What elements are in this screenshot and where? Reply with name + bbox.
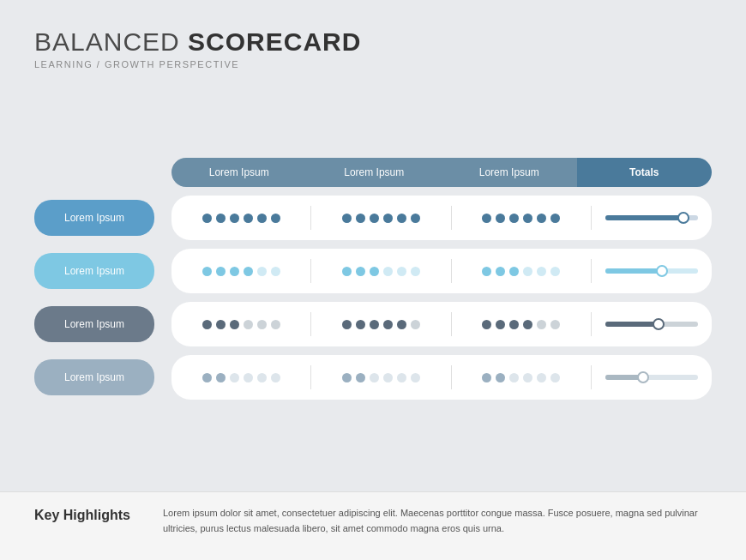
slider-2 [592,268,712,274]
dot [482,267,491,276]
header-col2: Lorem Ipsum [307,158,442,187]
slider-thumb-2 [656,265,668,277]
dot [244,320,253,329]
footer-text: Lorem ipsum dolor sit amet, consectetuer… [163,506,712,536]
dot [202,320,212,329]
dot [550,373,560,382]
dot [271,214,280,223]
scorecard-container: Lorem Ipsum Lorem Ipsum Lorem Ipsum Tota… [34,92,712,474]
title-prefix: BALANCED [34,27,188,56]
row-label-3: Lorem Ipsum [34,306,154,342]
dot [509,214,519,223]
dot [411,214,420,223]
slider-track-4 [605,375,698,380]
dot [482,320,491,329]
dot [202,373,212,382]
header-totals: Totals [577,158,713,187]
key-highlights-title: Key Highlights [34,508,137,523]
dot [537,320,546,329]
dot [523,267,532,276]
dot [257,267,267,276]
dot-group-2-2 [311,267,450,276]
slider-3 [592,322,712,327]
row-content-2 [171,249,712,293]
dot [356,214,365,223]
slider-fill-3 [605,322,656,327]
row-content-4 [171,355,712,400]
dot [370,214,379,223]
slider-track-1 [605,215,698,220]
dot [482,373,491,382]
slider-fill-4 [605,375,641,380]
dot [383,214,393,223]
dot-group-4-3 [452,373,591,382]
dot [523,214,532,223]
dot [509,320,519,329]
footer: Key Highlights Lorem ipsum dolor sit ame… [0,491,746,560]
dot [411,320,420,329]
slider-4 [592,375,712,380]
main-content: BALANCED SCORECARD LEARNING / GROWTH PER… [0,0,746,491]
dot [397,214,406,223]
dot [496,267,505,276]
dot [257,373,267,382]
dot [370,373,379,382]
dot [550,214,560,223]
slider-1 [592,215,712,220]
row-content-1 [171,196,712,240]
dot [230,267,239,276]
dot [244,373,253,382]
row-label-1: Lorem Ipsum [34,200,154,236]
dot-group-3-2 [311,320,450,329]
row-content-3 [171,302,712,346]
dot [482,214,491,223]
slider-thumb-4 [637,371,649,383]
dot [216,373,226,382]
header-col3: Lorem Ipsum [442,158,577,187]
dot [257,214,267,223]
dot-group-1-2 [311,214,450,223]
dot [537,214,546,223]
dot [496,320,505,329]
header-col1: Lorem Ipsum [171,158,307,187]
dot [509,373,519,382]
slider-fill-1 [605,215,684,220]
dot-group-1-3 [452,214,591,223]
dot-group-2-3 [452,267,591,276]
subtitle: LEARNING / GROWTH PERSPECTIVE [34,59,712,69]
data-row-4: Lorem Ipsum [34,355,712,400]
dot [342,267,352,276]
dot [216,320,226,329]
dot-group-2-1 [171,267,310,276]
dot [537,267,546,276]
dot [342,214,352,223]
data-row-1: Lorem Ipsum [34,196,712,240]
dot [523,320,532,329]
dot [342,320,352,329]
dot-group-4-2 [311,373,450,382]
dot [550,267,560,276]
dot [244,267,253,276]
row-label-4: Lorem Ipsum [34,359,154,395]
dot [356,267,365,276]
data-row-3: Lorem Ipsum [34,302,712,346]
dot [216,267,226,276]
dot [496,373,505,382]
dot [523,373,532,382]
slider-fill-2 [605,268,661,274]
dot [370,320,379,329]
title-bold: SCORECARD [188,27,361,56]
dot-group-4-1 [171,373,310,382]
dot [411,373,420,382]
dot [383,320,393,329]
dot [202,267,212,276]
slider-thumb-1 [677,212,689,224]
dot [550,320,560,329]
dot [383,267,393,276]
dot [216,214,226,223]
dot [370,267,379,276]
dot [271,373,280,382]
dot [397,373,406,382]
dot [202,214,212,223]
dot [271,267,280,276]
